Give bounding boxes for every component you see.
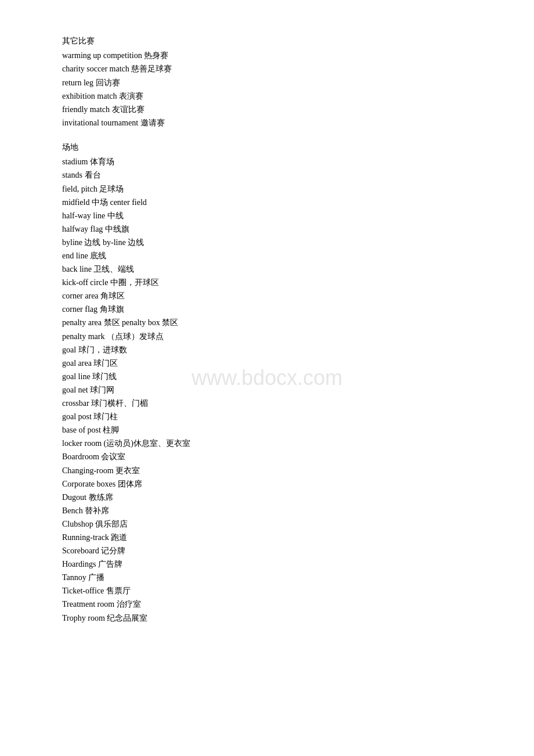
venue-line-27: Clubshop 俱乐部店 [62, 517, 472, 531]
venue-line-23: Changing-room 更衣室 [62, 464, 472, 477]
venue-line-11: corner flag 角球旗 [62, 303, 472, 316]
other-matches-line-2: return leg 回访赛 [62, 76, 472, 89]
venue-line-34: Trophy room 纪念品展室 [62, 611, 472, 625]
section-venue-title: 场地 [62, 141, 472, 154]
venue-line-1: stands 看台 [62, 168, 472, 182]
venue-line-4: half-way line 中线 [62, 209, 472, 222]
venue-line-6: byline 边线 by-line 边线 [62, 236, 472, 249]
venue-line-19: goal post 球门柱 [62, 410, 472, 423]
venue-line-16: goal line 球门线 [62, 370, 472, 383]
venue-line-13: penalty mark （点球）发球点 [62, 330, 472, 343]
venue-line-24: Corporate boxes 团体席 [62, 477, 472, 491]
venue-line-28: Running-track 跑道 [62, 531, 472, 544]
venue-line-10: corner area 角球区 [62, 289, 472, 303]
venue-line-32: Ticket-office 售票厅 [62, 584, 472, 597]
other-matches-lines: warming up competition 热身赛charity soccer… [62, 49, 472, 129]
venue-lines: stadium 体育场stands 看台field, pitch 足球场midf… [62, 155, 472, 624]
venue-line-3: midfield 中场 center field [62, 196, 472, 209]
other-matches-line-5: invitational tournament 邀请赛 [62, 116, 472, 129]
venue-line-17: goal net 球门网 [62, 383, 472, 397]
other-matches-line-4: friendly match 友谊比赛 [62, 103, 472, 116]
venue-line-26: Bench 替补席 [62, 504, 472, 517]
venue-line-33: Treatment room 治疗室 [62, 597, 472, 611]
venue-line-2: field, pitch 足球场 [62, 182, 472, 196]
venue-line-15: goal area 球门区 [62, 357, 472, 370]
venue-line-30: Hoardings 广告牌 [62, 557, 472, 571]
section-venue: 场地 stadium 体育场stands 看台field, pitch 足球场m… [62, 141, 472, 625]
venue-line-22: Boardroom 会议室 [62, 450, 472, 463]
venue-line-20: base of post 柱脚 [62, 423, 472, 437]
venue-line-31: Tannoy 广播 [62, 571, 472, 584]
venue-line-0: stadium 体育场 [62, 155, 472, 168]
section-other-matches-title: 其它比赛 [62, 35, 472, 48]
venue-line-12: penalty area 禁区 penalty box 禁区 [62, 316, 472, 329]
venue-line-21: locker room (运动员)休息室、更衣室 [62, 437, 472, 450]
venue-line-8: back line 卫线、端线 [62, 262, 472, 276]
venue-line-18: crossbar 球门横杆、门楣 [62, 397, 472, 410]
other-matches-line-3: exhibition match 表演赛 [62, 89, 472, 103]
venue-line-7: end line 底线 [62, 249, 472, 262]
venue-line-9: kick-off circle 中圈，开球区 [62, 276, 472, 289]
venue-line-14: goal 球门，进球数 [62, 343, 472, 357]
other-matches-line-1: charity soccer match 慈善足球赛 [62, 62, 472, 75]
venue-line-5: halfway flag 中线旗 [62, 222, 472, 236]
venue-line-29: Scoreboard 记分牌 [62, 544, 472, 557]
other-matches-line-0: warming up competition 热身赛 [62, 49, 472, 62]
venue-line-25: Dugout 教练席 [62, 491, 472, 504]
section-other-matches: 其它比赛 warming up competition 热身赛charity s… [62, 35, 472, 129]
